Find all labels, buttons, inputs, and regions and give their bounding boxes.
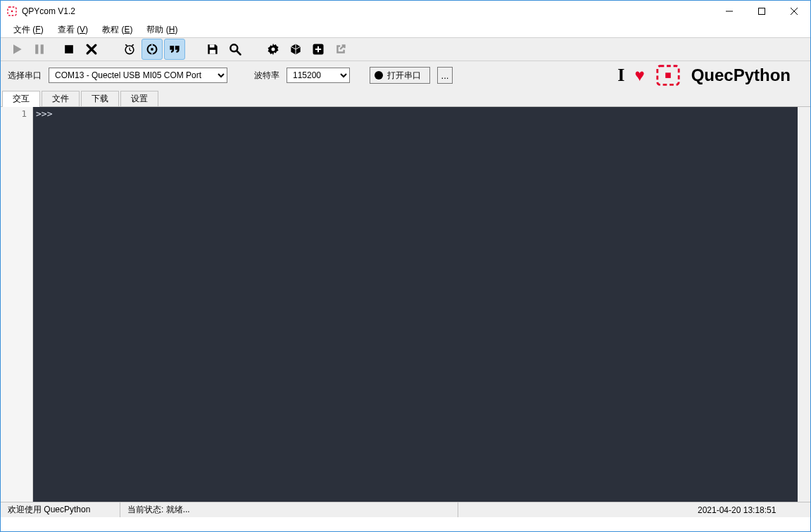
heart-icon: ♥ (634, 65, 644, 85)
titlebar: QPYcom V1.2 (1, 1, 810, 22)
menu-file[interactable]: 文件 (F) (6, 23, 51, 37)
svg-point-19 (272, 48, 275, 51)
baud-select[interactable]: 115200 (287, 68, 350, 83)
svg-rect-15 (210, 50, 215, 54)
plus-button[interactable] (308, 39, 329, 60)
cube-button[interactable] (285, 39, 306, 60)
window-controls (713, 1, 810, 22)
svg-rect-6 (35, 44, 38, 53)
menu-view[interactable]: 查看 (V) (51, 23, 95, 37)
tab-download[interactable]: 下载 (81, 91, 119, 106)
status-timestamp: 2021-04-20 13:18:51 (691, 505, 810, 515)
settings-button[interactable] (263, 39, 284, 60)
menu-help[interactable]: 帮助 (H) (139, 23, 184, 37)
menu-tutorial[interactable]: 教程 (E) (95, 23, 139, 37)
repl-editor[interactable]: >>> (33, 107, 798, 502)
play-button[interactable] (6, 39, 27, 60)
statusbar: 欢迎使用 QuecPython 当前状态: 就绪... 2021-04-20 1… (1, 502, 810, 517)
external-link-button[interactable] (330, 39, 351, 60)
baud-label: 波特率 (254, 70, 279, 82)
svg-rect-8 (65, 45, 73, 53)
tab-interact[interactable]: 交互 (2, 91, 40, 106)
pause-button[interactable] (29, 39, 50, 60)
clock-button[interactable] (119, 39, 140, 60)
connection-row: 选择串口 COM13 - Quectel USB MI05 COM Port 波… (1, 61, 810, 89)
svg-rect-22 (665, 72, 671, 78)
open-port-button[interactable]: 打开串口 (370, 67, 430, 84)
app-icon (6, 6, 18, 17)
minimize-button[interactable] (713, 1, 746, 22)
svg-point-13 (151, 48, 153, 51)
save-button[interactable] (202, 39, 223, 60)
vertical-scrollbar[interactable] (798, 107, 810, 502)
status-spacer (458, 502, 691, 517)
status-state: 当前状态: 就绪... (120, 502, 458, 517)
tab-settings[interactable]: 设置 (120, 91, 158, 106)
maximize-button[interactable] (746, 1, 778, 22)
tab-files[interactable]: 文件 (42, 91, 80, 106)
svg-rect-3 (759, 8, 765, 15)
tabbar: 交互 文件 下载 设置 (1, 89, 810, 106)
close-window-button[interactable] (778, 1, 810, 22)
toolbar (1, 37, 810, 61)
quecpython-text: QuecPython (691, 65, 791, 85)
stop-button[interactable] (58, 39, 80, 60)
svg-rect-14 (210, 44, 215, 47)
brand-area: I ♥ QuecPython (617, 63, 803, 87)
more-button[interactable]: ... (437, 67, 453, 84)
i-text: I (617, 65, 624, 86)
quecpython-logo-icon (655, 63, 681, 87)
quote-button[interactable] (164, 39, 185, 60)
menubar: 文件 (F) 查看 (V) 教程 (E) 帮助 (H) (1, 22, 810, 37)
status-welcome: 欢迎使用 QuecPython (1, 502, 120, 517)
svg-rect-7 (41, 44, 44, 53)
port-label: 选择串口 (8, 70, 42, 82)
svg-point-1 (11, 11, 13, 13)
status-dot-icon (375, 71, 383, 80)
svg-line-17 (237, 51, 241, 55)
port-select[interactable]: COM13 - Quectel USB MI05 COM Port (49, 68, 227, 83)
globe-button[interactable] (142, 39, 163, 60)
search-button[interactable] (225, 39, 246, 60)
line-gutter: 1 (1, 107, 33, 502)
editor-area: 1 >>> (1, 106, 810, 502)
cancel-button[interactable] (81, 39, 102, 60)
window-title: QPYcom V1.2 (22, 6, 75, 16)
